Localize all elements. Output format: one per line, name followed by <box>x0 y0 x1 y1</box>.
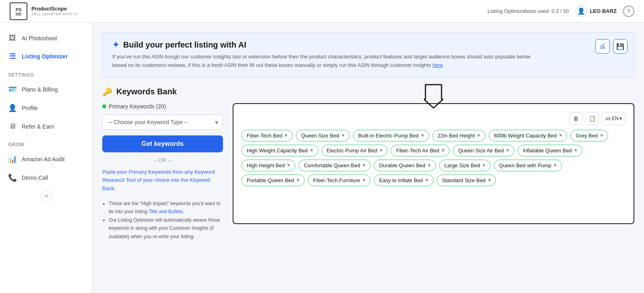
sidebar-label-ai-photoshoot: AI Photoshoot <box>22 35 57 42</box>
keywords-tag-box: 🗑 📋 us EN ▾ Fiber-Tech Bed×Queen Size Be… <box>233 103 634 224</box>
logo-icon: PS <box>10 2 27 20</box>
tag-item: Queen Size Bed× <box>296 130 350 141</box>
sidebar-item-profile[interactable]: 👤 Profile <box>0 99 92 117</box>
tag-label: Queen Size Air Bed <box>458 148 504 154</box>
svg-marker-0 <box>424 85 443 108</box>
keywords-section: 🔑 Keywords Bank Primary Keywords (20) --… <box>102 87 634 241</box>
remove-tag-button[interactable]: × <box>600 133 603 138</box>
remove-tag-button[interactable]: × <box>310 148 313 153</box>
banner-link[interactable]: here <box>433 62 443 68</box>
tag-label: Fiber-Tech Bed <box>247 133 282 139</box>
sidebar-item-plans-billing[interactable]: 🪪 Plans & Billing <box>0 80 92 99</box>
bullet-list: These are the "High Impact" keywords you… <box>102 199 223 241</box>
tag-label: High Weight Capacity Bed <box>247 148 308 154</box>
main-content: ✦ Build your perfect listing with AI If … <box>93 23 644 293</box>
delete-tags-button[interactable]: 🗑 <box>570 112 582 125</box>
logo-text: ProductScope SELL SMARTER WITH AI <box>31 6 77 16</box>
keywords-left-panel: 🔑 Keywords Bank Primary Keywords (20) --… <box>102 87 223 241</box>
sidebar-label-profile: Profile <box>22 105 38 111</box>
locale-label: us EN <box>605 116 619 121</box>
sidebar-item-listing-optimizer[interactable]: ☰ Listing Optimizer <box>0 47 92 66</box>
remove-tag-button[interactable]: × <box>554 163 557 168</box>
tag-toolbar: 🗑 📋 us EN ▾ <box>242 112 625 125</box>
listing-optimizations-count: Listing Optimizations used: 0.2 / 50 <box>487 8 569 14</box>
tag-item: Large Size Bed× <box>439 160 491 171</box>
locale-chevron-icon: ▾ <box>619 116 622 121</box>
sidebar-label-listing-optimizer: Listing Optimizer <box>22 53 68 60</box>
refer-icon: 🖥 <box>8 122 17 131</box>
tag-label: Easy to Inflate Bed <box>379 177 423 183</box>
keywords-bank-title: Keywords Bank <box>116 87 177 96</box>
remove-tag-button[interactable]: × <box>574 148 577 153</box>
remove-tag-button[interactable]: × <box>363 178 365 183</box>
tag-label: Inflatable Queen Bed <box>523 148 572 154</box>
ad-audit-icon: 📊 <box>8 155 17 164</box>
remove-tag-button[interactable]: × <box>297 178 299 183</box>
remove-tag-button[interactable]: × <box>380 148 382 153</box>
tag-label: Durable Queen Bed <box>379 162 425 168</box>
remove-tag-button[interactable]: × <box>421 133 424 138</box>
demo-call-icon: 📞 <box>8 173 17 182</box>
locale-select[interactable]: us EN ▾ <box>602 112 625 125</box>
remove-tag-button[interactable]: × <box>425 178 428 183</box>
tag-label: Built-in Electric Pump Bed <box>358 133 419 139</box>
tag-label: Fiber-Tech Furniture <box>313 177 360 183</box>
sidebar-item-demo-call[interactable]: 📞 Demo Call <box>0 168 92 187</box>
collapse-sidebar-button[interactable]: ⇄ <box>41 190 52 202</box>
tag-label: Queen Size Bed <box>301 133 339 139</box>
photo-icon: 🖼 <box>8 34 17 42</box>
tag-item: Fiber-Tech Air Bed× <box>391 145 450 156</box>
bullet-item-2: Our Listing Optimizer will automatically… <box>109 216 223 241</box>
sidebar-label-demo-call: Demo Call <box>22 175 48 181</box>
remove-tag-button[interactable]: × <box>285 133 287 138</box>
remove-tag-button[interactable]: × <box>559 133 562 138</box>
remove-tag-button[interactable]: × <box>477 133 480 138</box>
remove-tag-button[interactable]: × <box>442 148 444 153</box>
sidebar-item-refer-earn[interactable]: 🖥 Refer & Earn <box>0 117 92 135</box>
sidebar-item-ai-photoshoot[interactable]: 🖼 AI Photoshoot <box>0 29 92 47</box>
sidebar-item-amazon-ad-audit[interactable]: 📊 Amazon Ad Audit <box>0 150 92 168</box>
tag-label: Large Size Bed <box>444 162 480 168</box>
tag-item: Electric Pump Air Bed× <box>322 145 388 156</box>
keyword-type-select[interactable]: -- Choose your Keyword Type -- <box>102 114 223 130</box>
tag-label: Standard Size Bed <box>442 177 485 183</box>
print-button[interactable]: 🖨 <box>595 39 610 54</box>
remove-tag-button[interactable]: × <box>506 148 509 153</box>
remove-tag-button[interactable]: × <box>363 163 365 168</box>
remove-tag-button[interactable]: × <box>488 178 491 183</box>
help-icon[interactable]: ? <box>623 6 634 17</box>
remove-tag-button[interactable]: × <box>428 163 431 168</box>
logo-area: PS ProductScope SELL SMARTER WITH AI <box>10 2 77 20</box>
tag-item: Durable Queen Bed× <box>374 160 436 171</box>
tag-item: Comfortable Queen Bed× <box>299 160 371 171</box>
remove-tag-button[interactable]: × <box>287 163 290 168</box>
banner-actions: 🖨 💾 <box>595 39 627 54</box>
tag-item: 22in Bed Height× <box>432 130 485 141</box>
user-section: 👤 LEO BARZ <box>576 6 617 17</box>
tag-item: Grey Bed× <box>570 130 608 141</box>
tag-item: High Weight Capacity Bed× <box>242 145 318 156</box>
keywords-right-panel: 🗑 📋 us EN ▾ Fiber-Tech Bed×Queen Size Be… <box>233 87 634 241</box>
tag-item: Queen Bed with Pump× <box>494 160 562 171</box>
billing-icon: 🪪 <box>8 85 17 94</box>
down-arrow-icon <box>424 83 443 110</box>
tag-label: Queen Bed with Pump <box>499 162 551 168</box>
paste-description: Paste your Primary Keywords from any Key… <box>102 168 223 193</box>
tag-label: Comfortable Queen Bed <box>304 162 360 168</box>
copy-tags-button[interactable]: 📋 <box>586 112 599 125</box>
tag-item: Fiber-Tech Furniture× <box>308 175 371 186</box>
user-avatar-icon[interactable]: 👤 <box>576 6 587 17</box>
save-button[interactable]: 💾 <box>613 39 627 54</box>
sidebar-divider: ⇄ <box>0 187 92 205</box>
tag-item: Queen Size Air Bed× <box>453 145 514 156</box>
profile-icon: 👤 <box>8 104 17 112</box>
tag-label: Portable Queen Bed <box>247 177 294 183</box>
keyword-type-dropdown-wrap: -- Choose your Keyword Type -- ▾ <box>102 114 223 130</box>
get-keywords-button[interactable]: Get keywords <box>102 135 223 152</box>
list-icon: ☰ <box>8 52 17 61</box>
tag-label: 600lb Weight Capacity Bed <box>494 133 557 139</box>
remove-tag-button[interactable]: × <box>342 133 345 138</box>
sidebar-label-amazon-ad-audit: Amazon Ad Audit <box>22 156 65 162</box>
sidebar-label-plans-billing: Plans & Billing <box>22 86 58 93</box>
remove-tag-button[interactable]: × <box>483 163 485 168</box>
